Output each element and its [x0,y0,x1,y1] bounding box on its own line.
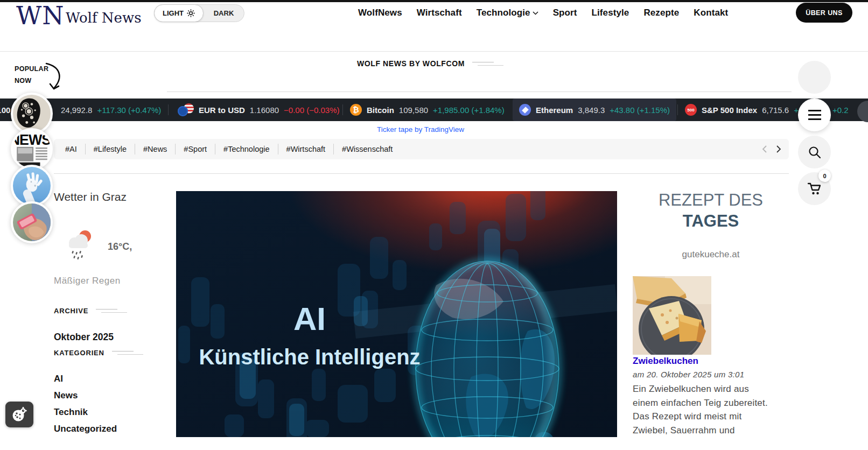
search-button[interactable] [798,136,831,168]
recipe-heading-line2: TAGES [633,210,789,231]
tag-ai[interactable]: #AI [57,145,85,153]
nav-sport[interactable]: Sport [553,8,577,18]
svg-text:NEWS: NEWS [13,132,51,148]
weather-rain-icon [65,228,97,264]
logo-initials[interactable]: WN [16,1,65,30]
cart-icon [807,182,822,196]
ticker-value: 24,992.8 [61,106,92,115]
archive-heading-text: ARCHIVE [54,307,88,315]
popular-thumb-smartphone[interactable] [11,201,53,243]
popular-now-label: POPULAR NOW [15,63,48,87]
archive-heading: ARCHIVE [54,307,127,315]
cookie-gear-icon [11,406,28,423]
ticker-value: 1.16080 [250,106,279,115]
zwiebelkuchen-photo [633,276,711,355]
nav-lifestyle[interactable]: Lifestyle [592,8,629,18]
category-uncategorized[interactable]: Uncategorized [54,424,117,434]
ticker-separator [677,104,678,115]
divider-line [54,173,789,174]
robot-hand-icon [13,167,51,205]
tags-prev-button[interactable] [762,145,767,153]
ai-art-face-icon [13,95,51,132]
divider-line [167,92,792,92]
ticker-value: 109,580 [399,106,428,115]
ticker-change-fragment: +0.2 [832,99,849,121]
tag-wirtschaft[interactable]: #Wirtschaft [278,145,334,153]
ticker-symbol: EUR to USD [199,106,245,115]
nav-kontakt[interactable]: Kontakt [694,8,728,18]
decorative-lines [96,308,127,313]
ticker-value: 3,849.3 [578,106,605,115]
ticker-change: −0.00 (−0.03%) [284,106,339,115]
weather-temperature: 16°C, [108,241,132,252]
ticker-change: +117.30 (+0.47%) [97,106,161,115]
nav-rezepte[interactable]: Rezepte [643,8,679,18]
cart-count-badge: 0 [818,170,831,182]
categories-heading-text: KATEGORIEN [54,349,104,357]
nav-wirtschaft[interactable]: Wirtschaft [417,8,462,18]
chevron-down-icon [533,11,538,15]
recipe-excerpt: Ein Zwiebelkuchen wird aus einem einfach… [633,382,776,437]
tag-wissenschaft[interactable]: #Wissenschaft [334,145,401,153]
ticker-change: +43.80 (+1.15%) [610,106,670,115]
recipe-source: gutekueche.at [633,249,789,260]
theme-light-option[interactable]: LIGHT [154,4,204,22]
curved-arrow-icon [44,60,67,95]
brand-line-text: WOLF NEWS BY WOLFCOM [357,59,465,68]
theme-dark-option[interactable]: DARK [204,9,244,17]
tag-sport[interactable]: #Sport [176,145,215,153]
recipe-title-link[interactable]: Zwiebelkuchen [633,356,698,367]
weather-condition: Mäßiger Regen [54,276,121,286]
cookie-settings-button[interactable] [5,402,33,427]
recipe-heading-line1: REZEPT DES [633,189,789,210]
header-divider [0,51,868,52]
ticker-symbol: Bitcoin [367,106,394,115]
nav-technologie[interactable]: Technologie [477,8,538,18]
ticker-item-eurusd[interactable]: EUR to USD 1.16080 −0.00 (−0.03%) [178,99,339,121]
logo-name[interactable]: Wolf News [66,10,142,26]
tag-news[interactable]: #News [135,145,175,153]
ticker-change: +1,985.00 (+1.84%) [433,106,505,115]
sp500-icon: 500 [685,104,697,116]
ticker-item-sp500[interactable]: 500 S&P 500 Index 6,715.6 + [685,99,799,121]
tag-technologie[interactable]: #Technologie [215,145,277,153]
category-technik[interactable]: Technik [54,407,88,418]
recipe-date: am 20. Oktober 2025 um 3:01 [633,370,744,379]
ticker-item-ethereum[interactable]: Ethereum 3,849.3 +43.80 (+1.15%) [513,99,676,121]
ticker-symbol: Ethereum [536,106,573,115]
decorative-lines [472,61,503,66]
tradingview-credit-link[interactable]: Ticker tape by TradingView [0,125,841,133]
sun-icon [187,9,195,17]
popular-thumb-newspaper[interactable]: NEWS [11,128,53,170]
hero-title: AI [188,302,431,336]
tag-lifestyle[interactable]: #Lifestyle [86,145,135,153]
brand-line: WOLF NEWS BY WOLFCOM [357,59,503,68]
hamburger-icon [808,110,821,120]
hero-subtitle: Künstliche Intelligenz [188,345,431,369]
weather-title: Wetter in Graz [54,191,127,203]
tags-next-button[interactable] [776,145,781,153]
decorative-lines [112,350,143,355]
ticker-value: 6,715.6 [762,106,789,115]
smartphone-hands-icon [13,203,51,241]
ticker-item-bitcoin[interactable]: ₿ Bitcoin 109,580 +1,985.00 (+1.84%) [350,99,505,121]
floating-circle-button[interactable] [798,61,831,94]
archive-link-oktober-2025[interactable]: Oktober 2025 [54,332,114,343]
recipe-image[interactable] [633,276,711,355]
nav-technologie-label: Technologie [477,8,530,18]
search-icon [808,145,822,159]
category-ai[interactable]: AI [54,374,63,384]
hashtag-bar: #AI #Lifestyle #News #Sport #Technologie… [54,139,789,159]
hero-text-overlay: AI Künstliche Intelligenz [188,302,431,369]
popular-label-line1: POPULAR [15,63,48,75]
category-news[interactable]: News [54,390,78,401]
menu-button[interactable] [798,99,831,131]
bitcoin-icon: ₿ [350,104,362,116]
hero-article-image[interactable]: AI Künstliche Intelligenz [176,191,617,437]
theme-light-label: LIGHT [163,9,184,17]
about-us-button[interactable]: ÜBER UNS [796,3,852,23]
theme-toggle[interactable]: LIGHT DARK [154,4,244,22]
ticker-symbol: S&P 500 Index [702,106,757,115]
popular-thumb-robot-hand[interactable] [11,165,53,207]
nav-wolfnews[interactable]: WolfNews [358,8,402,18]
